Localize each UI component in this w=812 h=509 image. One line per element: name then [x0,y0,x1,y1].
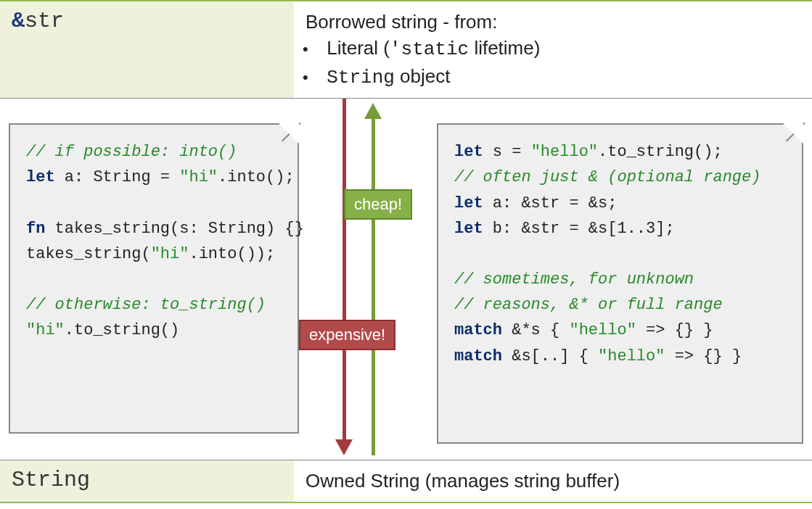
string-description: Owned String (manages string buffer) [294,460,812,501]
txt: takes_string( [26,245,151,263]
str-literal: "hi" [26,321,65,339]
kw-let: let [454,220,483,238]
blank-line [26,267,282,292]
kw-match: match [454,321,502,339]
txt: a: &str = &s; [483,194,618,212]
ampersand: & [12,9,25,33]
arrow-down-head-icon [335,439,353,455]
txt: b: &str = &s[1..3]; [483,220,675,238]
txt: &*s { [502,321,569,339]
blank-line [454,241,786,267]
code-let-b-slice: let b: &str = &s[1..3]; [454,216,786,241]
code-call-takes: takes_string("hi".into()); [26,241,282,267]
str-literal: "hi" [151,245,189,263]
arrows: cheap! expensive! [311,99,427,460]
txt: s = [483,143,531,161]
txt: => {} } [636,321,713,339]
txt: &s[..] { [502,347,598,365]
bullet1-post: lifetime) [469,37,540,59]
txt: .to_string() [65,321,179,339]
str-literal: "hello" [569,321,636,339]
code-hi-tostring: "hi".to_string() [26,318,282,343]
bullet2-post: object [395,65,451,87]
str-literal: "hello" [531,143,598,161]
txt: .to_string(); [598,143,723,161]
string-type-name: String [12,468,90,492]
comment-often-just: // often just & (optional range) [454,165,786,190]
code-match-deref: match &*s { "hello" => {} } [454,318,786,343]
code-let-s: let s = "hello".to_string(); [454,139,786,165]
str-type-cell: &str [0,1,294,98]
str-literal: "hello" [598,347,665,365]
comment-reasons: // reasons, &* or full range [454,292,786,318]
txt: .into()); [189,245,275,263]
str-desc-title: Borrowed string - from: [305,9,800,35]
kw-let: let [26,168,55,186]
txt: a: String = [55,168,180,186]
arrow-up-head-icon [364,103,382,119]
str-desc-bullet-string: String object [321,63,800,91]
string-desc-text: Owned String (manages string buffer) [305,468,800,494]
txt: takes_string(s: String) {} [45,220,303,238]
str-type-name: str [25,9,64,33]
badge-expensive: expensive! [299,320,395,350]
code-into-tostring: // if possible: into() let a: String = "… [9,123,299,434]
txt: .into(); [218,168,295,186]
str-description: Borrowed string - from: Literal ('static… [294,1,812,98]
arrow-up-cheap [372,117,375,455]
kw-let: let [454,194,483,212]
str-header-row: &str Borrowed string - from: Literal ('s… [0,0,812,99]
comment-sometimes: // sometimes, for unknown [454,267,786,292]
code-match-slice: match &s[..] { "hello" => {} } [454,344,786,369]
arrow-down-expensive [343,99,346,441]
bullet1-pre: Literal ( [327,37,390,59]
bullet2-code: String [327,67,395,88]
comment-tostring: // otherwise: to_string() [26,292,282,318]
code-let-a-ref: let a: &str = &s; [454,191,786,216]
kw-match: match [454,347,502,365]
comment-into: // if possible: into() [26,139,282,165]
conversion-diagram: // if possible: into() let a: String = "… [0,99,812,460]
blank-line [26,191,282,216]
code-let-a: let a: String = "hi".into(); [26,165,282,190]
str-desc-bullet-literal: Literal ('static lifetime) [321,35,800,62]
code-string-to-str: let s = "hello".to_string(); // often ju… [437,123,803,444]
str-literal: "hi" [179,168,218,186]
code-fn-takes: fn takes_string(s: String) {} [26,216,282,241]
bullet1-code: 'static [390,38,469,60]
string-header-row: String Owned String (manages string buff… [0,460,812,502]
string-type-cell: String [0,460,294,501]
kw-fn: fn [26,220,45,238]
kw-let: let [454,143,483,161]
badge-cheap: cheap! [344,189,412,220]
txt: => {} } [665,347,742,365]
